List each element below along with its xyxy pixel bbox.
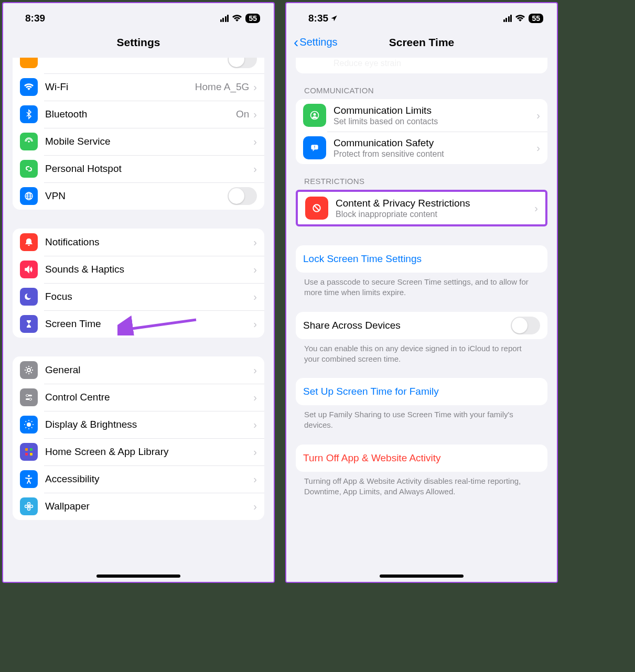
settings-group-connectivity: Wi-Fi Home A_5G › Bluetooth On › Mobile … <box>13 58 264 210</box>
cellular-icon <box>503 15 512 22</box>
chevron-left-icon: ‹ <box>294 34 298 51</box>
row-accessibility[interactable]: Accessibility › <box>13 465 264 493</box>
row-control-centre[interactable]: Control Centre › <box>13 384 264 411</box>
row-personal-hotspot[interactable]: Personal Hotspot › <box>13 155 264 182</box>
group-restrictions: Content & Privacy RestrictionsBlock inap… <box>296 190 547 226</box>
svg-rect-11 <box>25 453 28 456</box>
airplane-icon <box>20 58 38 68</box>
wifi-icon <box>515 15 525 22</box>
cellular-icon <box>220 15 229 22</box>
chevron-right-icon: › <box>536 142 540 154</box>
row-label: Notifications <box>45 236 253 248</box>
turnoff-link: Turn Off App & Website Activity <box>303 452 441 464</box>
status-bar: 8:35 55 <box>286 3 557 27</box>
row-label: Display & Brightness <box>45 419 253 430</box>
no-entry-icon <box>305 197 328 220</box>
row-value: Home A_5G <box>195 81 250 93</box>
row-label: Sounds & Haptics <box>45 264 253 275</box>
row-communication-safety[interactable]: ! Communication SafetyProtect from sensi… <box>296 132 547 164</box>
group-turnoff: Turn Off App & Website Activity <box>296 445 547 472</box>
row-label: Wallpaper <box>45 501 253 512</box>
battery-icon: 55 <box>245 14 260 23</box>
row-value: On <box>236 109 249 120</box>
row-vpn[interactable]: VPN <box>13 182 264 210</box>
share-toggle[interactable] <box>511 317 540 334</box>
chevron-right-icon: › <box>253 473 257 485</box>
row-airplane[interactable] <box>13 58 264 73</box>
svg-point-15 <box>28 503 30 505</box>
row-label: Wi-Fi <box>45 81 195 93</box>
row-label: VPN <box>45 190 228 202</box>
row-sounds-haptics[interactable]: Sounds & Haptics › <box>13 256 264 283</box>
settings-content[interactable]: Wi-Fi Home A_5G › Bluetooth On › Mobile … <box>3 58 274 582</box>
hourglass-icon <box>20 315 38 333</box>
row-wallpaper[interactable]: Wallpaper › <box>13 493 264 520</box>
gear-icon <box>20 361 38 379</box>
moon-icon <box>20 288 38 306</box>
bluetooth-icon <box>20 105 38 123</box>
screentime-content[interactable]: Reduce eye strain COMMUNICATION Communic… <box>286 58 557 582</box>
row-sub: Protect from sensitive content <box>333 149 536 159</box>
row-turnoff[interactable]: Turn Off App & Website Activity <box>296 445 547 472</box>
row-notifications[interactable]: Notifications › <box>13 229 264 256</box>
row-screen-time[interactable]: Screen Time › <box>13 310 264 338</box>
row-share-devices[interactable]: Share Across Devices <box>296 312 547 339</box>
row-bluetooth[interactable]: Bluetooth On › <box>13 101 264 128</box>
status-time: 8:35 <box>308 13 328 24</box>
row-communication-limits[interactable]: Communication LimitsSet limits based on … <box>296 99 547 132</box>
sun-icon <box>20 416 38 433</box>
chevron-right-icon: › <box>253 81 257 93</box>
settings-group-personal: Notifications › Sounds & Haptics › Focus… <box>13 229 264 338</box>
nav-bar: Settings <box>3 27 274 58</box>
row-general[interactable]: General › <box>13 356 264 384</box>
apps-icon <box>20 443 38 461</box>
chevron-right-icon: › <box>253 163 257 175</box>
airplane-toggle[interactable] <box>228 58 257 68</box>
footer-family: Set up Family Sharing to use Screen Time… <box>296 405 547 431</box>
back-button[interactable]: ‹Settings <box>294 34 338 51</box>
home-indicator[interactable] <box>96 575 180 578</box>
antenna-icon <box>20 133 38 150</box>
row-mobile-service[interactable]: Mobile Service › <box>13 128 264 155</box>
chevron-right-icon: › <box>253 419 257 431</box>
row-wifi[interactable]: Wi-Fi Home A_5G › <box>13 73 264 101</box>
sliders-icon <box>20 388 38 406</box>
row-content-privacy-restrictions[interactable]: Content & Privacy RestrictionsBlock inap… <box>298 192 545 224</box>
flower-icon <box>20 497 38 515</box>
phone-screen-time: 8:35 55 ‹Settings Screen Time Reduce eye… <box>285 2 558 583</box>
battery-icon: 55 <box>529 14 543 23</box>
group-lock: Lock Screen Time Settings <box>296 245 547 273</box>
section-header-communication: COMMUNICATION <box>296 73 547 99</box>
chevron-right-icon: › <box>253 136 257 148</box>
row-home-screen[interactable]: Home Screen & App Library › <box>13 438 264 465</box>
svg-point-18 <box>30 505 33 508</box>
svg-point-6 <box>26 394 28 396</box>
chevron-right-icon: › <box>253 264 257 276</box>
vpn-toggle[interactable] <box>228 187 257 205</box>
group-share: Share Across Devices <box>296 312 547 339</box>
row-lock-settings[interactable]: Lock Screen Time Settings <box>296 245 547 273</box>
back-label: Settings <box>299 36 337 48</box>
row-focus[interactable]: Focus › <box>13 283 264 310</box>
nav-title: Screen Time <box>389 36 455 49</box>
phone-settings: 8:39 55 Settings Wi-Fi Home A_5G › B <box>2 2 275 583</box>
row-sub: Block inappropriate content <box>336 210 534 219</box>
group-family: Set Up Screen Time for Family <box>296 378 547 405</box>
row-label: Mobile Service <box>45 136 253 147</box>
row-family[interactable]: Set Up Screen Time for Family <box>296 378 547 405</box>
chevron-right-icon: › <box>253 236 257 248</box>
row-label: Share Across Devices <box>303 320 511 331</box>
row-label: Communication Safety <box>333 137 536 149</box>
settings-group-general: General › Control Centre › Display & Bri… <box>13 356 264 520</box>
home-indicator[interactable] <box>380 575 464 578</box>
row-label: Bluetooth <box>45 109 236 120</box>
row-display-brightness[interactable]: Display & Brightness › <box>13 411 264 438</box>
chevron-right-icon: › <box>253 446 257 458</box>
row-label: Personal Hotspot <box>45 163 253 175</box>
globe-icon <box>20 187 38 205</box>
chevron-right-icon: › <box>253 364 257 376</box>
nav-bar: ‹Settings Screen Time <box>286 27 557 58</box>
row-cutoff[interactable]: Reduce eye strain <box>296 58 547 73</box>
wifi-setting-icon <box>20 78 38 96</box>
group-communication: Communication LimitsSet limits based on … <box>296 99 547 164</box>
